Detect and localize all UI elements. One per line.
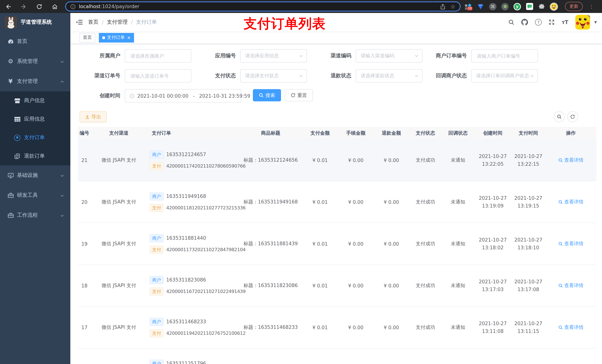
sidebar-item-home[interactable]: 首页	[0, 31, 70, 52]
extensions-puzzle-icon[interactable]	[538, 2, 546, 10]
toggle-search-button[interactable]	[554, 111, 565, 122]
col-title: 商品标题	[239, 130, 302, 136]
col-actions: 操作	[545, 130, 596, 136]
avatar[interactable]	[575, 15, 590, 30]
chevron-down-icon	[60, 172, 64, 178]
sidebar-item-workflow[interactable]: 工作流程	[0, 205, 70, 225]
site-info-icon[interactable]	[70, 4, 75, 9]
browser-update-button[interactable]: 更新	[565, 2, 583, 11]
search-button[interactable]: 搜索	[253, 89, 281, 101]
cell-actions: 查看详情	[545, 240, 596, 247]
bookmark-star-icon[interactable]: ☆	[450, 3, 455, 10]
extension-chat-icon[interactable]	[525, 2, 534, 10]
sidebar-item-label: 支付管理	[17, 78, 38, 85]
sidebar-item-pay[interactable]: ¥ 支付管理	[0, 71, 70, 91]
chevron-up-icon	[60, 78, 64, 84]
refund-status-select[interactable]: 请选择退款状态	[356, 69, 422, 83]
cell-channel: 微信 JSAPI 支付	[91, 157, 147, 164]
extension-dot-icon[interactable]	[501, 2, 509, 10]
select-placeholder: 请输入渠道编码	[361, 52, 394, 59]
cell-title: 标题：1635311881439	[239, 240, 302, 247]
export-button[interactable]: 导出	[80, 111, 107, 123]
view-detail-link[interactable]: 查看详情	[558, 157, 583, 164]
share-icon[interactable]	[440, 3, 445, 10]
cell-channel: 微信 JSAPI 支付	[91, 240, 147, 247]
close-icon[interactable]: ×	[127, 35, 131, 40]
callback-status-select[interactable]: 请选择订单回调商户状态	[471, 69, 538, 83]
search-button-label: 搜索	[266, 92, 275, 99]
merchant-order-no-input[interactable]	[471, 49, 538, 62]
view-detail-link[interactable]: 查看详情	[558, 282, 583, 289]
pay-tag: 支付	[150, 162, 164, 170]
help-icon[interactable]: ?	[535, 19, 542, 26]
sidebar-item-merchant-info[interactable]: 商户信息	[0, 91, 70, 110]
font-size-icon[interactable]: ᴛT	[562, 19, 568, 25]
view-detail-link[interactable]: 查看详情	[558, 324, 583, 331]
cell-created: 2021-10-2713:11:08	[474, 320, 511, 335]
refresh-button[interactable]	[567, 111, 578, 122]
merchant-order-no: 1635311251796	[166, 361, 206, 364]
sidebar-item-label: 商户信息	[24, 97, 45, 104]
fullscreen-icon[interactable]	[549, 19, 555, 25]
app-select[interactable]: 请选择应用信息	[240, 49, 307, 62]
chevron-down-icon	[60, 212, 64, 218]
merchant-order-no-field[interactable]	[476, 53, 533, 59]
extension-command-icon[interactable]: ⌘	[489, 2, 497, 10]
cell-order: 商户 1635311881440 支付 42000011732021102728…	[147, 234, 239, 254]
browser-forward-icon[interactable]	[19, 1, 29, 12]
tab-pay-order[interactable]: 支付订单 ×	[99, 33, 134, 42]
extension-y-icon[interactable]: y	[513, 2, 521, 10]
reset-button[interactable]: 重置	[285, 89, 313, 101]
sidebar-collapse-icon[interactable]	[70, 19, 88, 25]
sidebar-item-label: 系统管理	[17, 58, 38, 65]
sidebar-item-infra[interactable]: 基础设施	[0, 165, 70, 185]
channel-code-select[interactable]: 请输入渠道编码	[356, 49, 422, 62]
channel-order-no-input[interactable]	[125, 69, 191, 83]
merchant-tag: 商户	[150, 234, 164, 242]
sidebar-item-pay-order[interactable]: ¥ 支付订单	[0, 128, 70, 147]
pay-status-select[interactable]: 请选择支付状态	[240, 69, 307, 83]
filter-label: 回调商户状态	[426, 73, 471, 79]
create-time-range-picker[interactable]: 2021-10-01 00:00:00 - 2021-10-31 23:59:5…	[125, 89, 241, 103]
channel-order-no-field[interactable]	[129, 73, 187, 79]
table-toolbar: 导出	[80, 111, 596, 123]
sidebar-item-system[interactable]: ⚙ 系统管理	[0, 52, 70, 71]
cell-pay-status: 支付成功	[409, 157, 442, 164]
merchant-input-field[interactable]	[129, 53, 187, 59]
merchant-input[interactable]	[125, 49, 191, 62]
view-detail-link[interactable]: 查看详情	[558, 199, 583, 205]
cell-actions: 查看详情	[545, 282, 596, 289]
extension-sail-icon[interactable]	[476, 2, 485, 10]
cell-pay-status: 支付成功	[409, 240, 442, 247]
url-bar[interactable]: localhost:1024/pay/order ☆	[65, 1, 461, 11]
cell-channel: 微信 JSAPI 支付	[91, 324, 147, 331]
monitor-icon	[7, 173, 14, 178]
browser-menu-icon[interactable]: ⋮	[589, 4, 594, 9]
tab-home[interactable]: 首页	[80, 33, 95, 42]
avatar-caret-icon[interactable]: ▼	[594, 20, 597, 24]
search-icon[interactable]	[508, 19, 515, 25]
chevron-down-icon	[299, 74, 303, 78]
cell-fee: ¥ 0.00	[338, 325, 374, 330]
github-icon[interactable]	[521, 19, 528, 26]
sidebar-item-label: 支付订单	[24, 134, 45, 141]
sidebar-item-app-info[interactable]: 应用信息	[0, 110, 70, 128]
table-row: 17 微信 JSAPI 支付 商户 1635311468233 支付 42000…	[78, 307, 596, 348]
extension-emoji-icon[interactable]	[550, 2, 558, 10]
browser-home-icon[interactable]	[50, 1, 60, 12]
breadcrumb-home[interactable]: 首页	[88, 19, 98, 26]
select-placeholder: 请选择支付状态	[245, 73, 279, 79]
extension-pieces-icon[interactable]: 10	[464, 2, 473, 10]
toolbox-icon	[7, 213, 14, 218]
toolbox-icon	[7, 193, 14, 198]
channel-order-no: 4200001181202110277723215336	[166, 205, 246, 210]
browser-reload-icon[interactable]	[34, 1, 44, 12]
view-detail-link[interactable]: 查看详情	[558, 240, 583, 247]
sidebar-item-devtools[interactable]: 研发工具	[0, 185, 70, 205]
channel-order-no: 4200001194202110276752100612	[166, 330, 246, 336]
breadcrumb-pay[interactable]: 支付管理	[107, 19, 128, 26]
sidebar-item-refund-order[interactable]: 退款订单	[0, 147, 70, 165]
browser-back-icon[interactable]	[3, 1, 13, 12]
cell-order: 商户 1635311468233 支付 42000011942021102767…	[147, 318, 239, 337]
view-detail-label: 查看详情	[564, 240, 583, 247]
